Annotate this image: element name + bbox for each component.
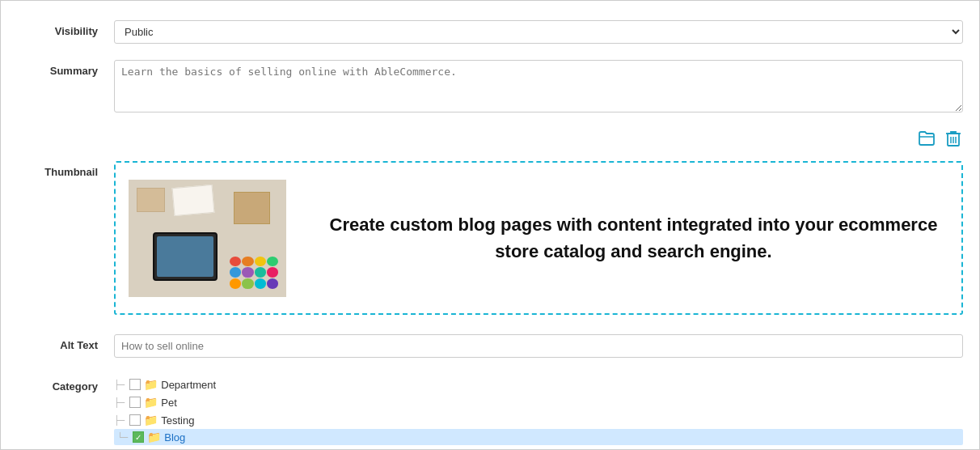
tree-branch-icon: └─ (117, 432, 128, 443)
list-item: └─ 📁 Blog (114, 429, 963, 445)
tree-branch-icon: ├─ (114, 380, 125, 390)
list-item: ├─ 📁 Testing (114, 411, 963, 429)
alt-text-row: Alt Text (1, 328, 979, 364)
category-item-label: Testing (161, 414, 194, 427)
delete-button[interactable] (944, 128, 963, 153)
alt-text-label: Alt Text (17, 334, 114, 351)
folder-icon: 📁 (144, 378, 158, 391)
thumbnail-row: Thumbnail (1, 155, 979, 321)
list-item: ├─ 📁 Pet (114, 393, 963, 411)
testing-checkbox[interactable] (129, 414, 141, 426)
tree-branch-icon: ├─ (114, 397, 125, 408)
thumbnail-toolbar (1, 125, 979, 156)
folder-icon: 📁 (147, 431, 161, 444)
alt-text-input[interactable] (114, 334, 963, 358)
thumbnail-promo-text: Create custom blog pages with content in… (319, 211, 948, 265)
decor-tablet (153, 232, 218, 281)
pet-checkbox[interactable] (129, 397, 141, 408)
visibility-row: Visibility Public Private Hidden (1, 14, 979, 50)
category-row: Category ├─ 📁 Department ├─ 📁 Pet (1, 369, 979, 450)
open-folder-button[interactable] (916, 128, 937, 153)
decor-box1 (234, 192, 270, 224)
decor-color-grid (230, 257, 278, 289)
category-item-label: Pet (161, 397, 177, 409)
category-item-label: Department (161, 379, 216, 391)
summary-textarea[interactable] (114, 60, 963, 112)
category-label: Category (17, 376, 114, 393)
folder-icon: 📁 (144, 414, 158, 427)
folder-icon: 📁 (144, 396, 158, 409)
thumbnail-control: Create custom blog pages with content in… (114, 161, 963, 315)
visibility-label: Visibility (17, 20, 114, 37)
thumbnail-image (129, 180, 286, 297)
main-container: Visibility Public Private Hidden Summary (0, 0, 980, 450)
decor-box2 (137, 188, 165, 212)
category-control: ├─ 📁 Department ├─ 📁 Pet ├─ 📁 (114, 376, 963, 445)
category-item-label: Blog (164, 431, 185, 444)
alt-text-control (114, 334, 963, 358)
list-item: ├─ 📁 Department (114, 376, 963, 393)
summary-row: Summary (1, 53, 979, 121)
department-checkbox[interactable] (129, 379, 141, 390)
decor-paper (172, 184, 215, 215)
thumbnail-dropzone[interactable]: Create custom blog pages with content in… (114, 161, 963, 315)
thumbnail-label: Thumbnail (17, 161, 114, 178)
visibility-control: Public Private Hidden (114, 20, 963, 44)
blog-checkbox[interactable] (133, 431, 144, 443)
summary-control (114, 60, 963, 115)
summary-label: Summary (17, 60, 114, 77)
visibility-select[interactable]: Public Private Hidden (114, 20, 963, 44)
tree-branch-icon: ├─ (114, 415, 125, 426)
category-tree: ├─ 📁 Department ├─ 📁 Pet ├─ 📁 (114, 376, 963, 445)
